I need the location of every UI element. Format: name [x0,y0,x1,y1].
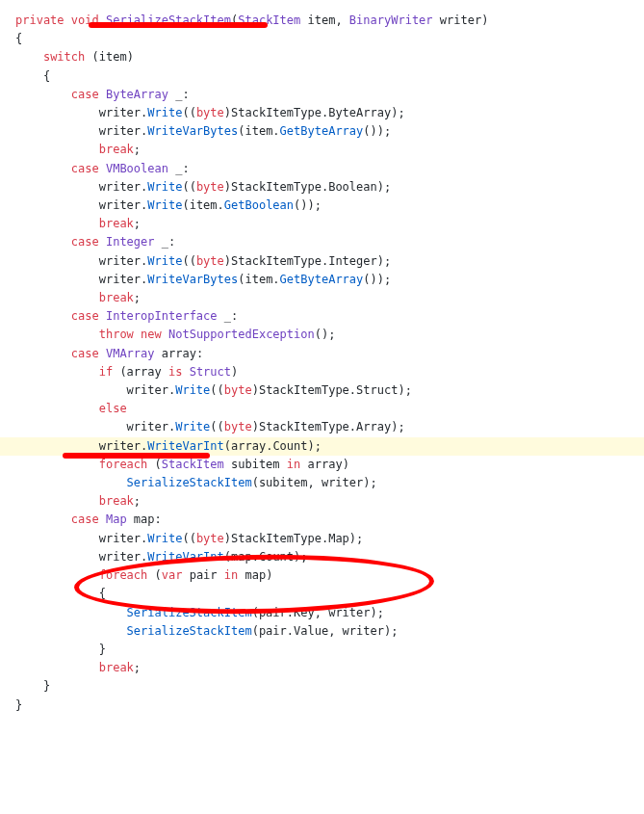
var-writer: writer [99,439,141,453]
var-subitem: subitem [259,476,308,489]
type-struct: Struct [190,365,231,379]
var-writer: writer [99,550,141,564]
type-stackitemtype: StackItemType [231,106,322,119]
method-name: SerializeStackItem [106,13,231,27]
kw-byte: byte [224,383,252,397]
method-getboolean: GetBoolean [224,198,294,212]
var-writer: writer [99,532,141,545]
type-notsupportedexception: NotSupportedException [168,328,315,341]
method-write: Write [175,420,210,433]
type-stackitemtype: StackItemType [231,532,322,545]
kw-new: new [141,328,162,341]
var-pair: pair [190,568,218,582]
kw-throw: throw [99,328,134,341]
var-map: map [245,568,266,582]
kw-case: case [71,88,99,101]
type-stackitemtype: StackItemType [231,180,322,194]
var-pair: pair [259,606,287,619]
var-array: array [162,347,196,360]
method-serializestackitem: SerializeStackItem [127,476,252,489]
code-block: private void SerializeStackItem(StackIte… [0,0,644,726]
var-writer: writer [99,124,141,138]
kw-private: private [15,13,64,27]
type-stackitemtype: StackItemType [259,383,349,397]
var-writer: writer [343,624,384,638]
var-pair: pair [259,624,287,638]
param-writer: writer [440,13,481,27]
var-writer: writer [99,254,141,268]
type-bytearray: ByteArray [106,88,168,101]
method-write: Write [147,254,182,268]
var-item: item [245,124,272,138]
type-binarywriter: BinaryWriter [349,13,433,27]
method-write: Write [147,532,182,545]
kw-byte: byte [224,420,252,433]
kw-break: break [99,217,134,230]
var-subitem: subitem [231,458,280,471]
type-stackitem: StackItem [238,13,300,27]
type-stackitemtype: StackItemType [259,420,349,433]
enum-map: Map [328,532,349,545]
kw-case: case [71,512,99,526]
var-item: item [245,273,272,286]
kw-case: case [71,347,99,360]
param-item: item [308,13,336,27]
kw-case: case [71,235,99,249]
kw-byte: byte [196,532,224,545]
var-array: array [127,365,162,379]
enum-integer: Integer [328,254,377,268]
var-writer: writer [328,606,370,619]
method-serializestackitem: SerializeStackItem [127,624,252,638]
enum-array: Array [356,420,391,433]
kw-switch: switch [43,50,85,64]
type-map: Map [106,512,127,526]
kw-foreach: foreach [99,458,148,471]
discard: _ [224,309,231,323]
kw-foreach: foreach [99,568,148,582]
var-writer: writer [127,420,168,433]
var-writer: writer [127,383,168,397]
kw-case: case [71,162,99,175]
type-stackitem: StackItem [162,458,224,471]
var-map: map [134,512,155,526]
method-write: Write [175,383,210,397]
var-writer: writer [322,476,363,489]
method-writevarint: WriteVarInt [147,439,223,453]
var-map: map [231,550,252,564]
discard: _ [175,88,182,101]
kw-break: break [99,494,134,508]
discard: _ [162,235,168,249]
var-writer: writer [99,180,141,194]
enum-bytearray: ByteArray [328,106,391,119]
kw-case: case [71,309,99,323]
var-array: array [308,458,343,471]
prop-count: Count [272,439,307,453]
var-writer: writer [99,198,141,212]
kw-is: is [168,365,182,379]
method-getbytearray: GetByteArray [280,273,364,286]
enum-struct: Struct [356,383,398,397]
kw-void: void [71,13,99,27]
kw-break: break [99,661,134,674]
kw-byte: byte [196,254,224,268]
method-writevarbytes: WriteVarBytes [147,273,238,286]
kw-if: if [99,365,113,379]
var-array: array [231,439,266,453]
enum-boolean: Boolean [328,180,377,194]
method-write: Write [147,106,182,119]
kw-byte: byte [196,106,224,119]
method-write: Write [147,198,182,212]
var-item: item [190,198,218,212]
method-write: Write [147,180,182,194]
type-vmarray: VMArray [106,347,155,360]
type-interopinterface: InteropInterface [106,309,218,323]
highlighted-line: writer.WriteVarInt(array.Count); [0,437,644,456]
prop-value: Value [294,624,328,638]
kw-else: else [99,402,127,415]
method-serializestackitem: SerializeStackItem [127,606,252,619]
kw-break: break [99,291,134,304]
kw-in: in [224,568,238,582]
var-writer: writer [99,273,141,286]
method-writevarint: WriteVarInt [147,550,223,564]
type-integer: Integer [106,235,155,249]
